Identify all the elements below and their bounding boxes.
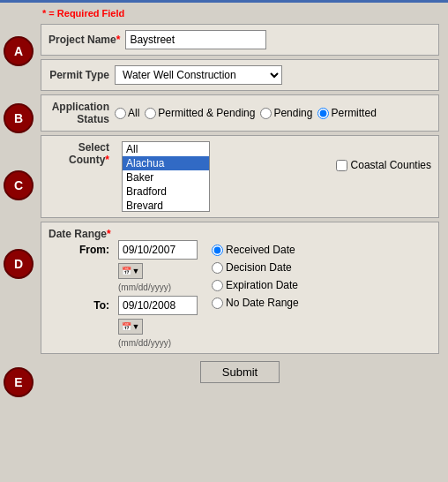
select-county-row: SelectCounty* All Alachua Baker Bradford… [49, 141, 431, 212]
from-label: From: [49, 244, 115, 256]
radio-permitted-pending: Permitted & Pending [145, 107, 255, 119]
radio-pending-input[interactable] [260, 108, 272, 119]
date-from-input[interactable] [118, 240, 198, 260]
calendar-icon: 📅 [122, 267, 131, 275]
project-name-label-text: Project Name [49, 34, 116, 46]
county-baker[interactable]: Baker [123, 170, 209, 185]
radio-received-date: Received Date [212, 244, 299, 256]
date-range-required: * [107, 228, 111, 240]
project-name-label: Project Name* [49, 34, 125, 46]
required-note-text: = Required Field [49, 8, 124, 19]
county-listbox[interactable]: All Alachua Baker Bradford Brevard [122, 141, 210, 212]
county-bradford[interactable]: Bradford [123, 185, 209, 199]
form-area: * = Required Field Project Name* Permit … [37, 3, 448, 482]
section-d: SelectCounty* All Alachua Baker Bradford… [41, 135, 439, 218]
radio-all: All [115, 107, 139, 119]
calendar-to-icon: 📅 [122, 322, 131, 331]
required-note: * = Required Field [42, 8, 439, 19]
radio-permitted-input[interactable] [317, 108, 329, 119]
radio-expiration-date: Expiration Date [212, 279, 299, 291]
app-status-row: ApplicationStatus All Permitted & Pendin… [49, 101, 431, 125]
section-b-label: B [4, 103, 34, 133]
radio-expiration-date-label: Expiration Date [226, 279, 298, 291]
dropdown-arrow: ▼ [132, 267, 140, 275]
coastal-counties-row: Coastal Counties [336, 159, 431, 171]
submit-button[interactable]: Submit [200, 361, 280, 383]
date-inner: From: 📅 ▼ (mm/dd/yyyy) To: [49, 240, 431, 348]
project-name-row: Project Name* [49, 30, 431, 49]
permit-type-select[interactable]: Water Well Construction Other Type [115, 65, 282, 85]
date-range-header-row: Date Range* [49, 228, 431, 240]
radio-received-date-input[interactable] [212, 245, 223, 256]
date-right: Received Date Decision Date Expiration D… [212, 240, 299, 348]
section-c: ApplicationStatus All Permitted & Pendin… [41, 94, 439, 132]
date-to-input[interactable] [118, 296, 198, 315]
date-from-row: From: [49, 240, 198, 260]
main-container: A B C D E * = Required Field Project Nam… [0, 0, 448, 482]
radio-received-date-label: Received Date [226, 244, 295, 256]
radio-permitted-pending-input[interactable] [145, 108, 156, 119]
section-d-label: D [4, 249, 34, 279]
county-alachua[interactable]: Alachua [123, 156, 209, 170]
section-c-label: C [4, 170, 34, 200]
date-range-label: Date Range* [49, 228, 116, 240]
radio-no-date-range: No Date Range [212, 297, 299, 309]
county-all[interactable]: All [123, 142, 209, 156]
section-e: Date Range* From: 📅 ▼ (mm/dd/y [41, 222, 439, 354]
radio-no-date-range-input[interactable] [212, 297, 223, 309]
section-b: Permit Type Water Well Construction Othe… [41, 59, 439, 91]
date-from-calendar-button[interactable]: 📅 ▼ [118, 263, 143, 279]
radio-pending-label: Pending [273, 107, 312, 119]
radio-all-input[interactable] [115, 108, 126, 119]
county-brevard[interactable]: Brevard [123, 199, 209, 212]
date-to-row: To: [49, 296, 198, 315]
permit-type-label: Permit Type [49, 69, 115, 81]
select-county-label: SelectCounty* [49, 141, 115, 166]
left-labels: A B C D E [0, 3, 37, 482]
radio-permitted-pending-label: Permitted & Pending [158, 107, 255, 119]
radio-decision-date-label: Decision Date [226, 261, 292, 274]
radio-decision-date: Decision Date [212, 261, 299, 274]
section-a-label: A [4, 36, 34, 66]
permit-type-row: Permit Type Water Well Construction Othe… [49, 65, 431, 85]
from-format-hint: (mm/dd/yyyy) [118, 282, 198, 292]
date-from-cal-row: 📅 ▼ [49, 263, 198, 279]
radio-permitted: Permitted [317, 107, 376, 119]
radio-all-label: All [128, 107, 139, 119]
project-name-required: * [116, 34, 121, 46]
radio-pending: Pending [260, 107, 312, 119]
app-status-radio-group: All Permitted & Pending Pending Permitte… [115, 107, 377, 119]
submit-row: Submit [41, 361, 439, 383]
radio-permitted-label: Permitted [331, 107, 376, 119]
radio-expiration-date-input[interactable] [212, 280, 223, 291]
radio-no-date-range-label: No Date Range [226, 297, 299, 309]
to-format-hint: (mm/dd/yyyy) [118, 338, 198, 348]
coastal-counties-checkbox[interactable] [336, 160, 347, 171]
to-label: To: [49, 299, 115, 312]
county-required-star: * [105, 154, 109, 166]
date-to-calendar-button[interactable]: 📅 ▼ [118, 319, 143, 335]
date-to-cal-row: 📅 ▼ [49, 319, 198, 335]
coastal-counties-label: Coastal Counties [351, 159, 431, 171]
required-star-symbol: * [42, 8, 46, 19]
radio-decision-date-input[interactable] [212, 262, 223, 274]
section-e-label: E [4, 367, 34, 397]
section-a: Project Name* [41, 24, 439, 56]
dropdown-to-arrow: ▼ [132, 322, 140, 331]
project-name-input[interactable] [125, 30, 266, 49]
app-status-label: ApplicationStatus [49, 101, 115, 125]
date-left: From: 📅 ▼ (mm/dd/yyyy) To: [49, 240, 198, 348]
